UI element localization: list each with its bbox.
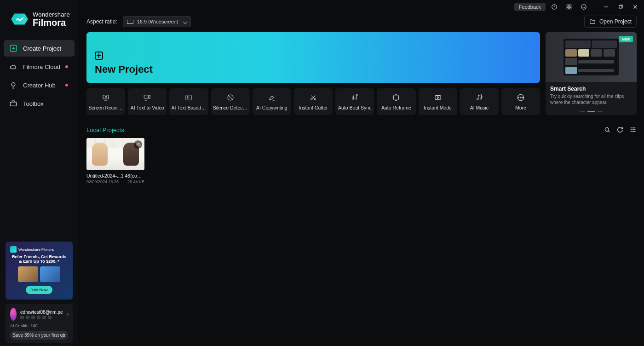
svg-point-26 [605, 127, 609, 131]
user-name: edrawtest08@nm.pe [20, 310, 63, 315]
search-icon[interactable] [604, 126, 611, 133]
sidebar-item-filmora-cloud[interactable]: Filmora Cloud [4, 58, 75, 75]
svg-rect-9 [619, 6, 622, 8]
window-minimize-button[interactable] [600, 1, 612, 13]
open-project-button[interactable]: Open Project [584, 16, 637, 28]
svg-rect-2 [10, 102, 17, 106]
tool-more[interactable]: More [501, 88, 540, 115]
folder-icon [589, 18, 596, 25]
apps-grid-icon[interactable] [563, 1, 575, 13]
smart-preview: New [546, 32, 637, 82]
sidebar-item-toolbox[interactable]: Toolbox [4, 95, 75, 112]
sidebar-item-label: Filmora Cloud [23, 63, 60, 70]
instant-cutter-icon [309, 93, 317, 102]
tool-silence-detection[interactable]: Silence Detection [211, 88, 250, 115]
svg-rect-12 [144, 95, 149, 98]
tool-instant-cutter[interactable]: Instant Cutter [294, 88, 333, 115]
aspect-icon [127, 20, 133, 24]
svg-rect-5 [569, 5, 571, 6]
user-card[interactable]: edrawtest08@nm.pe AI Credits: 100 Save 3… [6, 304, 73, 343]
sidebar-nav: Create Project Filmora Cloud Creator Hub… [0, 40, 78, 112]
window-close-button[interactable] [629, 1, 641, 13]
tool-ai-music[interactable]: AI Music [460, 88, 499, 115]
refresh-icon[interactable] [616, 126, 624, 133]
project-size: 28.44 KB [127, 179, 144, 184]
tool-label: Instant Cutter [299, 105, 328, 110]
tool-label: Auto Reframe [381, 105, 411, 110]
tool-ai-text-based-editing[interactable]: AI Text Based Edit... [169, 88, 208, 115]
svg-point-21 [480, 98, 481, 99]
tool-ai-copywriting[interactable]: AI Copywriting [253, 88, 291, 115]
app-logo: Wondershare Filmora [0, 11, 78, 40]
tool-label: AI Music [470, 105, 489, 110]
sidebar-item-creator-hub[interactable]: Creator Hub [4, 77, 75, 93]
promo-headline: Refer Friends, Get Rewards & Earn Up To … [10, 254, 68, 264]
svg-point-25 [518, 94, 524, 101]
svg-point-23 [520, 97, 521, 98]
sidebar: Wondershare Filmora Create Project Filmo… [0, 0, 78, 346]
promo-card[interactable]: Wondershare Filmora Refer Friends, Get R… [6, 242, 73, 300]
sidebar-item-create-project[interactable]: Create Project [4, 40, 75, 57]
main: Feedback Aspect ratio: 16:9 (Widescreen)… [78, 0, 644, 346]
project-name: Untitled-2024-...1 46(copy).wfp [86, 173, 144, 179]
svg-point-27 [138, 144, 139, 145]
brand-top: Wondershare [33, 11, 70, 18]
smart-title: Smart Search [550, 86, 632, 92]
chevron-down-icon [183, 20, 187, 24]
ai-copywriting-icon [268, 93, 276, 102]
promo-cta-button[interactable]: Join Now [26, 286, 52, 294]
instant-mode-icon [434, 93, 442, 102]
updates-icon[interactable] [548, 1, 560, 13]
svg-point-16 [314, 98, 316, 100]
sidebar-item-label: Creator Hub [23, 82, 56, 89]
tool-label: AI Text to Video [131, 105, 164, 110]
quick-action-dots [20, 316, 63, 319]
svg-point-1 [12, 83, 15, 86]
new-badge: New [619, 36, 633, 42]
preview-icon[interactable] [134, 140, 142, 149]
svg-rect-6 [567, 7, 569, 9]
sidebar-item-label: Toolbox [23, 100, 44, 107]
tool-auto-beat-sync[interactable]: Auto Beat Sync [335, 88, 374, 115]
svg-point-8 [581, 5, 586, 10]
svg-rect-19 [435, 95, 441, 99]
ai-text-to-video-icon [143, 93, 151, 102]
window-maximize-button[interactable] [615, 1, 627, 13]
svg-point-24 [522, 97, 523, 98]
smart-search-card[interactable]: New [546, 32, 637, 115]
support-icon[interactable] [578, 1, 590, 13]
tool-ai-text-to-video[interactable]: AI Text to Video [128, 88, 167, 115]
svg-point-20 [477, 98, 478, 100]
tool-auto-reframe[interactable]: Auto Reframe [377, 88, 415, 115]
tool-screen-recorder[interactable]: Screen Recorder [86, 88, 125, 115]
promo-brand: Wondershare Filmora [18, 248, 54, 252]
auto-beat-sync-icon [351, 93, 359, 102]
svg-point-17 [356, 94, 357, 96]
aspect-ratio-value: 16:9 (Widescreen) [137, 19, 178, 24]
ai-credits: AI Credits: 100 [10, 323, 68, 328]
project-card[interactable]: Untitled-2024-...1 46(copy).wfp 02/09/20… [86, 138, 144, 184]
bulb-icon [9, 81, 17, 89]
notification-dot-icon [65, 65, 68, 68]
notification-dot-icon [65, 84, 68, 86]
aspect-ratio-select[interactable]: 16:9 (Widescreen) [123, 16, 191, 27]
plus-box-icon [9, 44, 17, 52]
coupon-banner[interactable]: Save 39% on your first qtr [10, 331, 68, 340]
smart-description: Try quickly searching for all the clips … [550, 93, 632, 105]
view-list-icon[interactable] [629, 126, 637, 133]
local-projects-title: Local Projects [86, 127, 124, 133]
svg-point-11 [105, 96, 107, 98]
tool-label: Silence Detection [213, 105, 248, 110]
new-project-hero[interactable]: New Project [86, 32, 540, 83]
aspect-ratio-label: Aspect ratio: [86, 18, 117, 25]
tool-label: AI Copywriting [256, 105, 288, 110]
silence-detection-icon [226, 93, 235, 102]
avatar [10, 308, 17, 321]
more-icon [517, 93, 525, 102]
tool-label: Instant Mode [424, 105, 452, 110]
feedback-button[interactable]: Feedback [514, 3, 546, 11]
titlebar: Feedback [78, 0, 644, 14]
svg-rect-4 [567, 5, 569, 6]
carousel-dots[interactable] [546, 111, 637, 112]
tool-instant-mode[interactable]: Instant Mode [419, 88, 457, 115]
